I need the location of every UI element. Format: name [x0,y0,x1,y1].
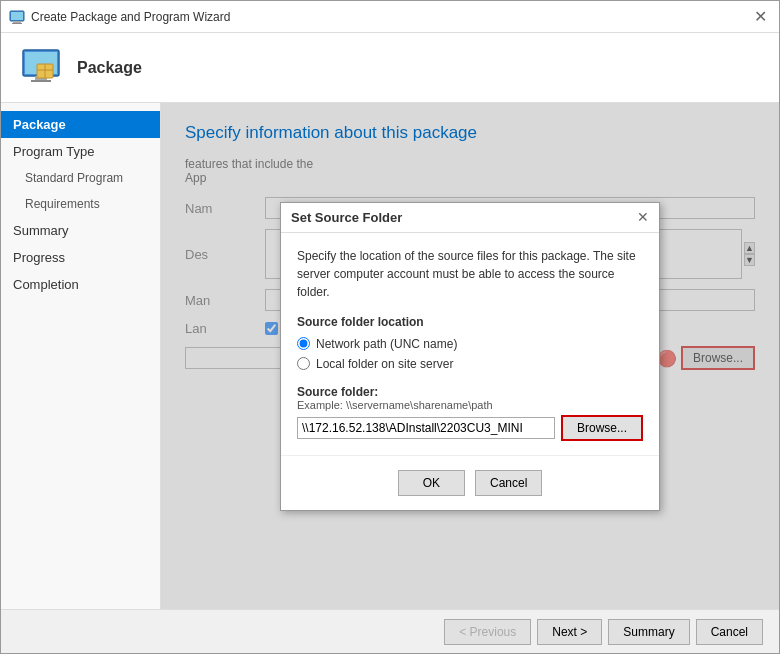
svg-rect-7 [31,80,51,82]
sidebar-item-requirements[interactable]: Requirements [1,191,160,217]
svg-rect-1 [13,21,21,23]
modal-overlay: Set Source Folder ✕ Specify the location… [161,103,779,609]
svg-rect-2 [12,23,22,24]
ok-button[interactable]: OK [398,470,465,496]
source-folder-input[interactable] [297,417,555,439]
sidebar-item-package[interactable]: Package [1,111,160,138]
wizard-window: Create Package and Program Wizard ✕ Pack… [0,0,780,654]
radio-network[interactable] [297,337,310,350]
source-folder-section-label: Source folder location [297,315,643,329]
dialog-title: Set Source Folder [291,210,402,225]
dialog-close-button[interactable]: ✕ [637,210,649,224]
sidebar-item-summary[interactable]: Summary [1,217,160,244]
wizard-header-title: Package [77,59,142,77]
prev-button[interactable]: < Previous [444,619,531,645]
next-button[interactable]: Next > [537,619,602,645]
cancel-button[interactable]: Cancel [696,619,763,645]
content-area: Specify information about this package f… [161,103,779,609]
close-button[interactable]: ✕ [750,7,771,26]
radio-local-label: Local folder on site server [316,357,453,371]
dialog-cancel-button[interactable]: Cancel [475,470,542,496]
source-folder-example: Example: \\servername\sharename\path [297,399,643,411]
summary-button[interactable]: Summary [608,619,689,645]
sidebar-item-progress[interactable]: Progress [1,244,160,271]
wizard-footer: < Previous Next > Summary Cancel [1,609,779,653]
radio-row-network: Network path (UNC name) [297,337,643,351]
source-folder-row: Browse... [297,415,643,441]
svg-rect-3 [11,12,23,20]
title-bar-text: Create Package and Program Wizard [31,10,750,24]
radio-row-local: Local folder on site server [297,357,643,371]
sidebar: Package Program Type Standard Program Re… [1,103,161,609]
radio-local[interactable] [297,357,310,370]
dialog-titlebar: Set Source Folder ✕ [281,203,659,233]
sidebar-item-standard-program[interactable]: Standard Program [1,165,160,191]
sidebar-item-program-type[interactable]: Program Type [1,138,160,165]
dialog: Set Source Folder ✕ Specify the location… [280,202,660,511]
title-bar: Create Package and Program Wizard ✕ [1,1,779,33]
dialog-body: Specify the location of the source files… [281,233,659,455]
wizard-body: Package Program Type Standard Program Re… [1,103,779,609]
radio-network-label: Network path (UNC name) [316,337,457,351]
source-folder-section: Source folder: Example: \\servername\sha… [297,385,643,441]
sidebar-item-completion[interactable]: Completion [1,271,160,298]
title-bar-icon [9,9,25,25]
dialog-description: Specify the location of the source files… [297,247,643,301]
dialog-browse-button[interactable]: Browse... [561,415,643,441]
package-icon [17,44,65,92]
wizard-header: Package [1,33,779,103]
source-folder-label: Source folder: [297,385,643,399]
dialog-footer: OK Cancel [281,455,659,510]
